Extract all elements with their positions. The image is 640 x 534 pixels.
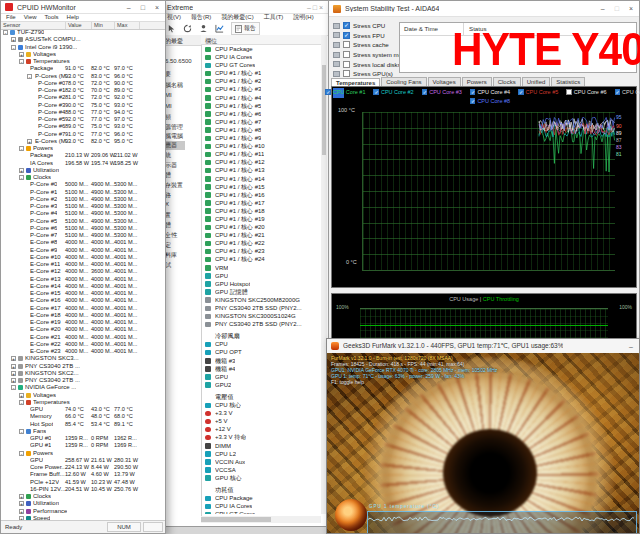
sidebar-item[interactable]: 腦名稱	[165, 81, 183, 90]
sensor-tree-row[interactable]: +PNY CS3040 2TB ...	[1, 363, 165, 370]
sensor-tree-row[interactable]: +Voltages	[1, 392, 165, 399]
tab-statistics[interactable]: Statistics	[551, 77, 585, 86]
sensor-tree-row[interactable]: P-Core #689.0 °C75.0 °C93.0 °C	[1, 123, 165, 130]
sensor-row[interactable]: CPU Package93 °C	[201, 45, 321, 53]
sensor-row[interactable]: KINGSTON SKC3000S1024G42 °C / 47 °C	[201, 312, 321, 320]
sensor-tree-row[interactable]: E-Core #114000 M...4000 M...4001 M...	[1, 261, 165, 268]
menu-tools[interactable]: Tools	[45, 14, 59, 20]
sensor-tree-row[interactable]: -Fans	[1, 428, 165, 435]
menu-item[interactable]: 我的最愛(C)	[221, 13, 253, 22]
sensor-row[interactable]: CPU #1 / 核心 #1889 °C	[201, 207, 321, 215]
sensor-tree-row[interactable]: +ASUSTeK COMPU...	[1, 36, 165, 43]
sensor-tree-row[interactable]: +Utilization	[1, 500, 165, 507]
sensor-tree-row[interactable]: E-Core #204000 M...4000 M...4001 M...	[1, 326, 165, 333]
checkbox-fpu[interactable]: ✓	[343, 32, 350, 39]
checkbox-cpu[interactable]: ✓	[343, 22, 350, 29]
sensor-row[interactable]: CPU #1 / 核心 #1291 °C	[201, 158, 321, 166]
furmark-titlebar[interactable]: Geeks3D FurMark v1.32.1.0 - 440FPS, GPU1…	[327, 339, 639, 354]
sensor-tree-row[interactable]: Frame Buff...12.60 W4.60 W13.79 W	[1, 471, 165, 478]
sensor-tree-row[interactable]: -NVIDIA GeForce ...	[1, 384, 165, 391]
sensor-section-row[interactable]: 冷卻風扇	[201, 332, 321, 340]
tab-voltages[interactable]: Voltages	[428, 77, 461, 86]
sensor-tree-row[interactable]: +Utilization	[1, 167, 165, 174]
chart-icon[interactable]	[215, 24, 224, 33]
close-button[interactable]: ×	[155, 4, 159, 11]
sidebar-item[interactable]: 攜電腦	[165, 132, 183, 141]
sensor-tree-row[interactable]: -P-Cores (M...93.0 °C83.0 °C96.0 °C	[1, 73, 165, 80]
sensor-row[interactable]: CPU #1 / 核心 #590 °C	[201, 102, 321, 110]
sensor-tree-row[interactable]: +PNY CS3040 2TB ...	[1, 377, 165, 384]
sensor-tree-row[interactable]: E-Core #174000 M...4000 M...4001 M...	[1, 305, 165, 312]
sensor-tree-row[interactable]: P-Core #182.0 °C70.0 °C89.0 °C	[1, 87, 165, 94]
sensor-row[interactable]: CPU GT Cores65 °C	[201, 61, 321, 69]
tree-expander[interactable]: +	[19, 509, 24, 514]
sensor-row[interactable]: GPU74 °C	[201, 272, 321, 280]
sensor-row[interactable]: GPU 記憶體66 °C	[201, 288, 321, 296]
tree-expander[interactable]: +	[27, 139, 32, 144]
sensor-tree-row[interactable]: P-Core #15100 M...4900 M...5300 M...	[1, 189, 165, 196]
sensor-row[interactable]: CPU #1 / 核心 #286 °C	[201, 77, 321, 85]
sensor-tree-row[interactable]: P-Core #25100 M...4900 M...5300 M...	[1, 196, 165, 203]
sensor-row[interactable]: CPU IA Cores90 °C	[201, 53, 321, 61]
sensor-row[interactable]: GPU Hotspot78 °C	[201, 280, 321, 288]
aida64-menubar[interactable]: 視(V)報告(R)我的最愛(C)工具(T)說明(H)	[139, 13, 329, 22]
menu-file[interactable]: File	[6, 14, 16, 20]
window-controls[interactable]: – □ ×	[127, 4, 165, 11]
sensor-tree-row[interactable]: GPU74.0 °C43.0 °C77.0 °C	[1, 406, 165, 413]
sensor-row[interactable]: CPU #1 / 核心 #1790 °C	[201, 199, 321, 207]
tree-expander[interactable]: +	[19, 168, 24, 173]
tree-expander[interactable]: -	[19, 400, 24, 405]
sensor-row[interactable]: CPU #1 / 核心 #2390 °C	[201, 247, 321, 255]
checkbox-memory[interactable]	[343, 51, 350, 58]
sensor-tree-row[interactable]: E-Core #134000 M...4000 M...4001 M...	[1, 276, 165, 283]
sensor-row[interactable]: CPU IA Cores196.49 W	[201, 502, 321, 510]
sensor-tree-row[interactable]: +E-Cores (M...93.0 °C82.0 °C95.0 °C	[1, 138, 165, 145]
sensor-tree-row[interactable]: P-Core #65100 M...4900 M...5300 M...	[1, 225, 165, 232]
sensor-tree-row[interactable]: E-Core #94000 M...4000 M...4001 M...	[1, 247, 165, 254]
sensor-tree-row[interactable]: P-Core #592.0 °C77.0 °C97.0 °C	[1, 116, 165, 123]
sensor-tree-row[interactable]: +Voltages	[1, 51, 165, 58]
sensor-row[interactable]: CPU #1 / 核心 #687 °C	[201, 110, 321, 118]
minimize-button[interactable]: –	[127, 4, 131, 11]
tab-cooling-fans[interactable]: Cooling Fans	[381, 77, 426, 86]
refresh-icon[interactable]	[183, 24, 192, 33]
sensor-tree-row[interactable]: -Powers	[1, 145, 165, 152]
sensor-tree-row[interactable]: -Clocks	[1, 174, 165, 181]
sensor-row[interactable]: VRM67 °C	[201, 264, 321, 272]
legend-checkbox[interactable]: ✓	[470, 89, 476, 95]
sidebar-item[interactable]: 源管理	[165, 123, 183, 132]
sensor-tree-row[interactable]: E-Core #104000 M...4000 M...4001 M...	[1, 254, 165, 261]
sidebar-item[interactable]: 6.50.6500	[165, 58, 192, 64]
sensor-tree-row[interactable]: +KINGSTON SKC3...	[1, 355, 165, 362]
sidebar-item[interactable]: MI	[165, 92, 172, 98]
sensor-tree-row[interactable]: Package210.13 W209.06 W211.02 W	[1, 152, 165, 159]
tab-clocks[interactable]: Clocks	[493, 77, 521, 86]
sensor-tree-row[interactable]: P-Core #75100 M...4900 M...5300 M...	[1, 232, 165, 239]
sensor-row[interactable]: CPU #1 / 核心 #789 °C	[201, 118, 321, 126]
sensor-row[interactable]: CPU #1 / 核心 #1191 °C	[201, 150, 321, 158]
sensor-tree-row[interactable]: P-Core #791.0 °C77.0 °C96.0 °C	[1, 131, 165, 138]
tree-expander[interactable]: -	[11, 385, 16, 390]
menu-item[interactable]: 報告(R)	[191, 13, 211, 22]
legend-checkbox[interactable]: ✓	[518, 89, 524, 95]
tree-expander[interactable]: -	[27, 74, 32, 79]
sensor-row[interactable]: CPU #1 / 核心 #1091 °C	[201, 142, 321, 150]
sensor-row[interactable]: +12 V12.000 V	[201, 425, 321, 433]
sensor-row[interactable]: CPU #1 / 核心 #2190 °C	[201, 231, 321, 239]
sensor-tree-row[interactable]: -Temperatures	[1, 399, 165, 406]
sensor-tree-row[interactable]: P-Core #05000 M...4900 M...5300 M...	[1, 181, 165, 188]
sensor-row[interactable]: CPU #1 / 核心 #991 °C	[201, 134, 321, 142]
tree-expander[interactable]: -	[3, 30, 8, 35]
sensor-tree-row[interactable]: IA Cores196.58 W195.74 W198.25 W	[1, 160, 165, 167]
sensor-row[interactable]: 機箱 #31419 RPM	[201, 357, 321, 365]
tree-expander[interactable]: +	[11, 364, 16, 369]
sensor-row[interactable]: CPU #1 / 核心 #1586 °C	[201, 183, 321, 191]
menu-item[interactable]: 工具(T)	[264, 13, 284, 22]
sensor-row[interactable]: CPU #1 / 核心 #1386 °C	[201, 166, 321, 174]
menu-view[interactable]: View	[24, 14, 37, 20]
window-controls[interactable]: – □ ×	[307, 4, 329, 11]
sensor-tree-row[interactable]: Package91.0 °C82.0 °C97.0 °C	[1, 65, 165, 72]
sensor-tree-row[interactable]: E-Core #224000 M...4000 M...4001 M...	[1, 341, 165, 348]
sensor-row[interactable]: VCCIN Aux1.792 V	[201, 458, 321, 466]
sensor-tree-row[interactable]: 16-PIN 12V...204.51 W10.45 W250.76 W	[1, 486, 165, 493]
